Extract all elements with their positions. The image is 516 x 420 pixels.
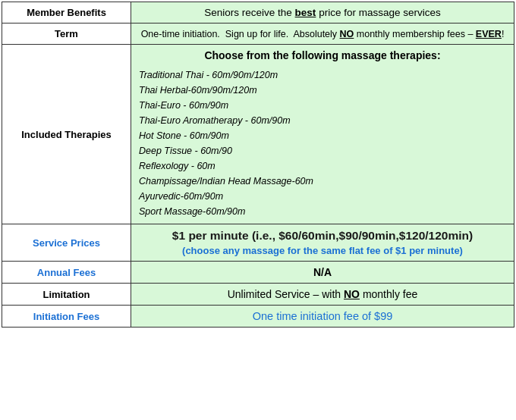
list-item: Ayurvedic-60m/90m <box>139 189 506 204</box>
label-included-therapies: Included Therapies <box>2 45 131 224</box>
list-item: Thai-Euro - 60m/90m <box>139 98 506 113</box>
list-item: Deep Tissue - 60m/90 <box>139 143 506 158</box>
list-item: Hot Stone - 60m/90m <box>139 128 506 143</box>
best-text: best <box>295 7 316 18</box>
label-initiation-fees: Initiation Fees <box>2 306 131 327</box>
row-limitation: Limitation Unlimited Service – with NO m… <box>2 284 514 306</box>
list-item: Traditional Thai - 60m/90m/120m <box>139 67 506 83</box>
benefits-table: Member Benefits Seniors receive the best… <box>2 2 514 328</box>
row-included-therapies: Included Therapies Choose from the follo… <box>2 45 514 224</box>
label-limitation: Limitation <box>2 284 131 305</box>
row-term: Term One-time initiation. Sign up for li… <box>2 24 514 45</box>
value-annual-fees: N/A <box>131 262 514 283</box>
value-included-therapies: Choose from the following massage therap… <box>131 45 514 224</box>
price-sub-text: (choose any massage for the same flat fe… <box>182 245 463 256</box>
list-item: Thai-Euro Aromatherapy - 60m/90m <box>139 113 506 128</box>
value-initiation-fees: One time initiation fee of $99 <box>131 306 514 327</box>
label-member-benefits: Member Benefits <box>2 2 131 23</box>
value-limitation: Unlimited Service – with NO monthly fee <box>131 284 514 305</box>
label-service-prices: Service Prices <box>2 224 131 261</box>
row-member-benefits: Member Benefits Seniors receive the best… <box>2 2 514 24</box>
therapy-list: Traditional Thai - 60m/90m/120m Thai Her… <box>139 64 506 219</box>
member-benefits-text: Seniors receive the best price for massa… <box>204 7 440 18</box>
ever-text: EVER <box>476 29 502 39</box>
value-term: One-time initiation. Sign up for life. A… <box>131 24 514 44</box>
list-item: Sport Massage-60m/90m <box>139 204 506 219</box>
label-annual-fees: Annual Fees <box>2 262 131 283</box>
price-main-text: $1 per minute (i.e., $60/60min,$90/90min… <box>172 229 473 243</box>
no-text: NO <box>340 29 354 39</box>
row-annual-fees: Annual Fees N/A <box>2 262 514 284</box>
value-service-prices: $1 per minute (i.e., $60/60min,$90/90min… <box>131 224 514 261</box>
list-item: Champissage/Indian Head Massage-60m <box>139 174 506 189</box>
list-item: Thai Herbal-60m/90m/120m <box>139 83 506 98</box>
list-item: Reflexology - 60m <box>139 158 506 174</box>
therapies-heading: Choose from the following massage therap… <box>139 49 506 61</box>
row-service-prices: Service Prices $1 per minute (i.e., $60/… <box>2 224 514 262</box>
no-monthly-text: NO <box>344 288 360 300</box>
term-text: One-time initiation. Sign up for life. A… <box>141 29 505 39</box>
row-initiation-fees: Initiation Fees One time initiation fee … <box>2 306 514 327</box>
label-term: Term <box>2 24 131 44</box>
value-member-benefits: Seniors receive the best price for massa… <box>131 2 514 23</box>
limitation-text: Unlimited Service – with NO monthly fee <box>228 288 418 300</box>
